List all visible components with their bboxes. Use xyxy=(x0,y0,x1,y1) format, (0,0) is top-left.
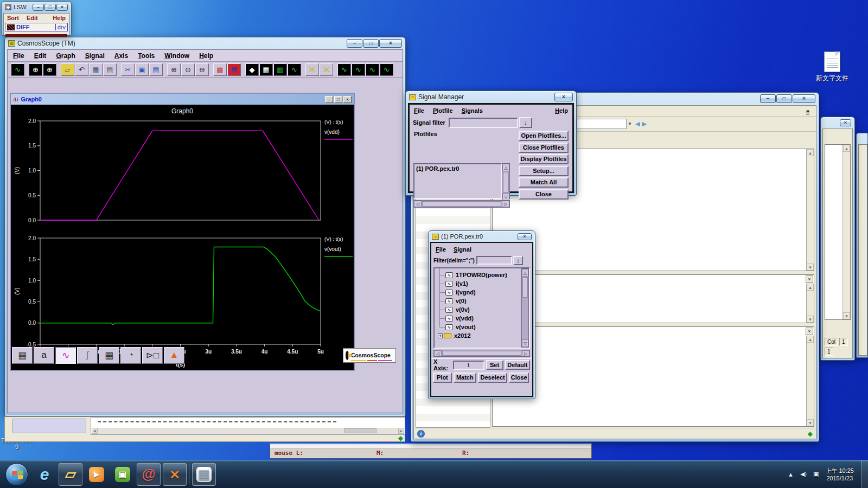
desktop-icon-new-text-file[interactable]: 新文字文件 xyxy=(812,52,853,85)
combo-dropdown-icon[interactable]: ▼ xyxy=(628,121,632,126)
filter-dropdown-icon[interactable]: ↓ xyxy=(513,256,523,265)
minimize-icon[interactable]: – xyxy=(760,94,776,103)
scrollbar-thumb[interactable] xyxy=(442,351,521,356)
web-globe-icon[interactable]: ⊕ xyxy=(29,63,42,76)
filter-dropdown-icon[interactable]: ↓ xyxy=(519,117,532,128)
waveform-tool-icon[interactable]: ∿ xyxy=(55,347,76,364)
measure1-icon[interactable]: ∿ xyxy=(337,63,351,76)
menu-file[interactable]: File xyxy=(436,246,446,253)
por-plotfile-window[interactable]: ≈ (1) POR.pex.tr0 × FileSignal Filter(de… xyxy=(428,230,535,399)
plotfiles-list[interactable]: (1) POR.pex.tr0 xyxy=(413,163,502,199)
editor-text-pane[interactable]: ▲ ▼ xyxy=(825,144,851,320)
menu-graph[interactable]: Graph xyxy=(56,52,75,60)
hidden-icons-icon[interactable]: ▲ xyxy=(788,471,794,478)
graph0-titlebar[interactable]: Ai Graph0 – □ × xyxy=(11,94,354,105)
minimize-icon[interactable]: – xyxy=(325,96,333,103)
scrollbar-thumb[interactable] xyxy=(422,201,501,207)
signal-manager-window[interactable]: ≈ Signal Manager × FilePlotfileSignalsHe… xyxy=(405,91,577,196)
display-plotfiles-button[interactable]: Display Plotfiles xyxy=(519,154,569,164)
setup-button[interactable]: Setup... xyxy=(519,166,569,176)
editor-window-back[interactable] xyxy=(856,133,868,358)
default-button[interactable]: Default xyxy=(505,360,530,370)
bgwin-search-combo[interactable] xyxy=(577,119,627,129)
tray-clock[interactable]: 上午 10:25 2015/1/23 xyxy=(825,467,854,482)
stack-panels-icon[interactable]: ▤ xyxy=(227,63,241,76)
maximize-icon[interactable]: □ xyxy=(363,39,379,48)
menu-help[interactable]: e xyxy=(806,108,809,114)
flow-icon[interactable]: ⊳□ xyxy=(142,347,163,364)
plotfiles-vertical-scrollbar[interactable]: △ ▽ xyxy=(502,163,510,199)
lsw-titlebar[interactable]: ◆ LSW – □ × xyxy=(2,2,71,12)
fragment-horizontal-scrollbar[interactable]: ◀ ▶ xyxy=(92,428,404,434)
scrollbar-thumb[interactable] xyxy=(503,172,509,192)
close-icon[interactable]: × xyxy=(379,39,402,48)
scroll-down-icon[interactable]: ▼ xyxy=(807,264,814,271)
close-icon[interactable]: × xyxy=(840,119,851,126)
scrollbar-thumb[interactable] xyxy=(344,428,376,433)
menu-help[interactable]: Help xyxy=(199,52,213,60)
copy-icon[interactable]: ▣ xyxy=(135,63,149,76)
zoom-in-icon[interactable]: ⊕ xyxy=(167,63,181,76)
lsw-menu-edit[interactable]: Edit xyxy=(27,15,38,21)
exceed-icon[interactable]: × xyxy=(163,463,187,486)
bug2-icon[interactable]: Ж xyxy=(320,63,333,76)
expand-icon[interactable]: + xyxy=(438,333,443,338)
por-filter-input[interactable] xyxy=(476,256,512,265)
menu-signal[interactable]: Signal xyxy=(85,52,105,60)
annotate-icon[interactable]: a xyxy=(34,347,54,364)
print-icon[interactable]: ▤ xyxy=(103,63,117,76)
lsw-layer-row[interactable]: DIFF drv xyxy=(5,23,68,31)
measure2-icon[interactable]: ∿ xyxy=(352,63,365,76)
panel-close-icon[interactable]: × xyxy=(806,328,813,335)
menu-window[interactable]: Window xyxy=(164,52,189,60)
tree-horizontal-scrollbar[interactable]: ◁ ▷ xyxy=(433,350,530,357)
refresh-wave-icon[interactable]: ∿ xyxy=(288,63,301,76)
signal-wave-icon[interactable]: ∿ xyxy=(11,63,24,76)
minimize-icon[interactable]: – xyxy=(33,4,44,11)
scroll-down-icon[interactable]: ▼ xyxy=(807,316,814,323)
cosmosscope-window[interactable]: ▥ CosmosScope (TM) – □ × FileEditGraphSi… xyxy=(4,37,406,416)
scroll-up-icon[interactable]: ▲ xyxy=(807,336,814,343)
scroll-down-icon[interactable]: ▼ xyxy=(807,419,814,426)
lsw-menu-sort[interactable]: Sort xyxy=(7,15,19,21)
media-player-icon[interactable]: ▶ xyxy=(85,463,108,486)
scroll-left-icon[interactable]: ◁ xyxy=(434,350,442,356)
close-button[interactable]: Close xyxy=(509,373,529,383)
save-icon[interactable]: ▦ xyxy=(89,63,103,76)
meter-icon[interactable]: ◔ xyxy=(120,347,141,364)
maximize-icon[interactable]: □ xyxy=(776,94,792,103)
plotfile-item[interactable]: (1) POR.pex.tr0 xyxy=(414,164,501,173)
close-icon[interactable]: × xyxy=(518,233,532,240)
probe-icon[interactable]: ∫ xyxy=(77,347,98,364)
por-titlebar[interactable]: ≈ (1) POR.pex.tr0 × xyxy=(429,231,535,242)
scroll-left-icon[interactable]: ◀ xyxy=(92,428,98,434)
folder-row[interactable]: +x2012 xyxy=(438,331,521,340)
paste-icon[interactable]: ▤ xyxy=(149,63,163,76)
explorer-icon[interactable]: ▱ xyxy=(59,463,82,486)
scroll-left-icon[interactable]: ◁ xyxy=(414,201,422,207)
tree-vertical-scrollbar[interactable]: △ ▽ xyxy=(521,268,529,348)
graph0-window[interactable]: Ai Graph0 – □ × Graph0 0.00.51.01.52.0(V… xyxy=(10,93,355,371)
menu-file[interactable]: File xyxy=(13,52,24,60)
panel-close-icon[interactable]: × xyxy=(806,275,813,283)
zoom-box-icon[interactable]: ⊙ xyxy=(181,63,195,76)
menu-edit[interactable]: Edit xyxy=(34,52,47,60)
source-insight-icon[interactable]: @ xyxy=(137,463,161,486)
editor-vertical-scrollbar[interactable]: ▲ ▼ xyxy=(843,145,850,319)
plot-button[interactable]: Plot xyxy=(433,373,452,383)
start-button[interactable] xyxy=(5,463,28,486)
maximize-icon[interactable]: □ xyxy=(334,96,342,103)
speaker-icon[interactable]: ◀) xyxy=(800,471,807,478)
close-icon[interactable]: × xyxy=(554,93,573,101)
show-desktop-button[interactable] xyxy=(861,460,868,488)
scrollbar-thumb[interactable] xyxy=(522,277,528,298)
scroll-right-icon[interactable]: ▷ xyxy=(502,201,509,207)
scroll-down-icon[interactable]: ▽ xyxy=(502,193,509,201)
network-icon[interactable]: ▣ xyxy=(813,471,819,478)
bug-icon[interactable]: Ж xyxy=(305,63,319,76)
signal-row[interactable]: ∿v(0v) xyxy=(438,305,521,314)
menu-file[interactable]: File xyxy=(414,107,424,114)
editor-window-front[interactable]: × ▲ ▼ 1 Col 1 xyxy=(820,117,855,361)
open-plotfiles-button[interactable]: Open Plotfiles... xyxy=(519,131,569,141)
signal-row[interactable]: ∿i(v1) xyxy=(438,279,521,288)
